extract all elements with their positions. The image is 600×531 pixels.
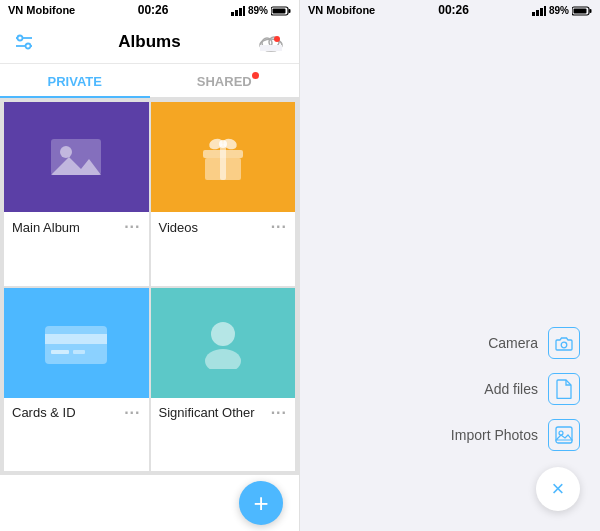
filter-icon[interactable]: [14, 34, 34, 50]
right-signal-icon: [532, 5, 546, 16]
card-icon: [43, 320, 109, 366]
svg-point-8: [18, 35, 23, 40]
album-name-cards: Cards & ID: [12, 405, 76, 420]
svg-point-24: [219, 140, 227, 148]
right-status-icons: 89%: [532, 5, 592, 16]
camera-icon: [548, 327, 580, 359]
svg-rect-25: [45, 326, 107, 364]
svg-rect-26: [45, 334, 107, 344]
album-name-main: Main Album: [12, 220, 80, 235]
left-status-left: VN Mobifone: [8, 4, 75, 16]
svg-rect-32: [536, 10, 539, 16]
shared-dot: [252, 72, 259, 79]
album-tile-cards[interactable]: Cards & ID ···: [4, 288, 149, 472]
svg-rect-2: [239, 8, 242, 16]
svg-rect-5: [289, 9, 291, 13]
svg-rect-31: [532, 12, 535, 16]
svg-rect-21: [220, 144, 226, 180]
album-more-main[interactable]: ···: [124, 218, 140, 236]
page-title: Albums: [118, 32, 180, 52]
svg-point-15: [274, 36, 280, 42]
right-status-bar: VN Mobifone 00:26 89%: [300, 0, 600, 20]
svg-point-10: [26, 43, 31, 48]
svg-rect-28: [73, 350, 85, 354]
svg-rect-3: [243, 6, 245, 16]
header-left[interactable]: [14, 34, 34, 50]
import-icon: [548, 419, 580, 451]
album-footer-main: Main Album ···: [4, 212, 149, 242]
svg-rect-36: [590, 9, 592, 13]
album-footer-significant: Significant Other ···: [151, 398, 296, 428]
close-fab[interactable]: ×: [536, 467, 580, 511]
addfiles-label: Add files: [484, 381, 538, 397]
album-footer-cards: Cards & ID ···: [4, 398, 149, 428]
album-tile-videos[interactable]: Videos ···: [151, 102, 296, 286]
close-icon: ×: [552, 478, 565, 500]
svg-rect-34: [544, 6, 546, 16]
tabs-bar: PRIVATE SHARED: [0, 64, 299, 98]
tab-shared[interactable]: SHARED: [150, 64, 300, 97]
right-battery: 89%: [549, 5, 569, 16]
svg-point-29: [211, 322, 235, 346]
gift-icon: [198, 130, 248, 184]
svg-rect-0: [231, 12, 234, 16]
battery-icon: [271, 5, 291, 16]
action-menu: Camera Add files Import Photos: [451, 327, 580, 451]
album-thumb-significant: [151, 288, 296, 398]
left-status-right: 89%: [231, 5, 291, 16]
svg-point-30: [205, 349, 241, 369]
right-time: 00:26: [438, 3, 469, 17]
svg-rect-6: [273, 8, 286, 13]
album-tile-significant[interactable]: Significant Other ···: [151, 288, 296, 472]
fab-container: +: [0, 475, 299, 531]
album-footer-videos: Videos ···: [151, 212, 296, 242]
menu-item-importphotos[interactable]: Import Photos: [451, 419, 580, 451]
signal-icon: [231, 5, 245, 16]
importphotos-label: Import Photos: [451, 427, 538, 443]
left-battery: 89%: [248, 5, 268, 16]
album-name-significant: Significant Other: [159, 405, 255, 420]
svg-rect-33: [540, 8, 543, 16]
image-icon: [49, 135, 103, 179]
album-name-videos: Videos: [159, 220, 199, 235]
svg-rect-37: [574, 8, 587, 13]
menu-item-camera[interactable]: Camera: [488, 327, 580, 359]
album-thumb-videos: [151, 102, 296, 212]
svg-rect-1: [235, 10, 238, 16]
album-thumb-main: [4, 102, 149, 212]
left-panel: VN Mobifone 00:26 89%: [0, 0, 300, 531]
album-more-significant[interactable]: ···: [271, 404, 287, 422]
left-status-time: 00:26: [138, 3, 169, 17]
svg-rect-39: [556, 427, 572, 443]
tab-private[interactable]: PRIVATE: [0, 64, 150, 97]
left-status-bar: VN Mobifone 00:26 89%: [0, 0, 299, 20]
album-more-videos[interactable]: ···: [271, 218, 287, 236]
right-battery-icon: [572, 5, 592, 16]
left-carrier: VN Mobifone: [8, 4, 75, 16]
svg-rect-27: [51, 350, 69, 354]
svg-rect-14: [260, 45, 282, 51]
album-thumb-cards: [4, 288, 149, 398]
svg-point-17: [60, 146, 72, 158]
right-carrier: VN Mobifone: [308, 4, 375, 16]
svg-point-38: [561, 342, 567, 348]
file-icon: [548, 373, 580, 405]
albums-grid: Main Album ···: [0, 98, 299, 475]
svg-marker-41: [556, 435, 572, 440]
right-panel: VN Mobifone 00:26 89% Camera: [300, 0, 600, 531]
header: Albums: [0, 20, 299, 64]
menu-item-addfiles[interactable]: Add files: [484, 373, 580, 405]
camera-label: Camera: [488, 335, 538, 351]
album-tile-main[interactable]: Main Album ···: [4, 102, 149, 286]
album-more-cards[interactable]: ···: [124, 404, 140, 422]
person-icon: [197, 317, 249, 369]
header-right[interactable]: [257, 32, 285, 52]
cloud-icon[interactable]: [257, 32, 285, 52]
add-fab[interactable]: +: [239, 481, 283, 525]
